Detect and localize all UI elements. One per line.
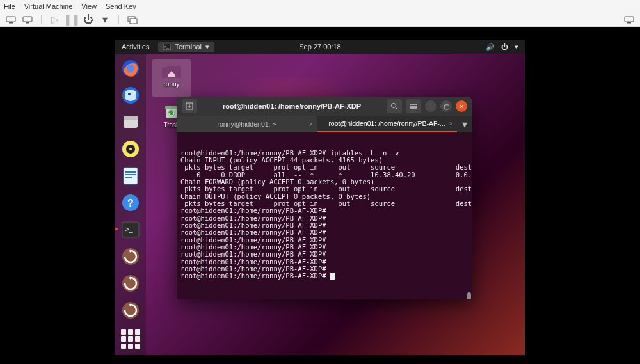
dock-software-updater-2[interactable] [118,271,143,296]
svg-rect-2 [23,17,32,22]
topbar-clock[interactable]: Sep 27 00:18 [299,43,340,51]
screenshot-icon[interactable] [125,14,140,26]
topbar-app-menu[interactable]: >_ Terminal ▾ [158,42,214,52]
guest-black-frame: Activities >_ Terminal ▾ Sep 27 00:18 🔊 … [0,27,640,364]
svg-point-36 [392,104,396,108]
vm-menu-virtual-machine[interactable]: Virtual Machine [24,3,73,10]
terminal-line: pkts bytes target prot opt in out source… [180,164,468,171]
topbar-app-label: Terminal [175,43,202,51]
svg-text:>_: >_ [125,225,133,233]
terminal-line: root@hidden01:/home/ronny/PB-AF-XDP# [180,229,468,236]
new-tab-button[interactable] [182,99,197,113]
terminal-cursor [330,273,335,280]
terminal-tab-2-label: root@hidden01: /home/ronny/PB-AF-... [328,120,445,127]
vm-menu-file[interactable]: File [4,3,15,10]
close-tab-1-icon[interactable]: × [309,120,313,128]
monitor-1-icon[interactable] [4,14,18,26]
window-maximize-button[interactable]: ▢ [440,100,452,112]
terminal-small-icon: >_ [163,44,171,50]
svg-point-11 [127,65,134,72]
dock-terminal[interactable]: >_ [118,218,143,242]
dock-help[interactable]: ? [118,191,143,215]
window-minimize-button[interactable]: — [425,100,436,112]
chevron-down-icon: ▾ [205,43,209,51]
dock-software-updater-3[interactable] [118,298,143,322]
svg-line-37 [396,107,397,109]
dock-software-updater-1[interactable] [118,244,143,269]
svg-rect-1 [9,22,13,24]
desktop-home-folder[interactable]: ronny [152,59,191,97]
hamburger-icon [410,103,417,109]
power-dropdown-icon[interactable]: ▾ [98,14,112,26]
terminal-tab-2[interactable]: root@hidden01: /home/ronny/PB-AF-... × [317,116,457,132]
dock-rhythmbox[interactable] [118,137,143,161]
dock-thunderbird[interactable] [118,83,143,107]
svg-rect-21 [125,174,136,175]
terminal-scrollbar[interactable] [467,292,471,299]
gnome-topbar: Activities >_ Terminal ▾ Sep 27 00:18 🔊 … [115,40,525,54]
guest-desktop: Activities >_ Terminal ▾ Sep 27 00:18 🔊 … [115,40,525,355]
terminal-window: root@hidden01: /home/ronny/PB-AF-XDP — ▢… [177,97,472,299]
svg-point-18 [129,148,132,150]
svg-rect-5 [130,19,137,24]
svg-rect-0 [6,17,15,22]
monitor-2-icon[interactable] [20,14,35,26]
power-menu-icon[interactable]: ⏻ [501,43,508,51]
vm-host-toolbar: ▷ ❚❚ ⏻ ▾ [0,13,640,27]
search-icon [390,102,398,110]
svg-text:>_: >_ [164,45,170,49]
terminal-tab-1-label: ronny@hidden01: ~ [217,120,276,128]
terminal-line: root@hidden01:/home/ronny/PB-AF-XDP# [180,207,468,214]
svg-rect-7 [627,22,631,24]
svg-rect-15 [124,116,138,120]
svg-point-13 [128,93,131,95]
dock-files[interactable] [118,110,143,134]
terminal-line: root@hidden01:/home/ronny/PB-AF-XDP# [180,251,468,258]
svg-text:?: ? [127,198,134,209]
window-close-button[interactable]: ✕ [456,100,467,112]
ubuntu-dock: ? >_ [115,54,146,355]
terminal-tab-1[interactable]: ronny@hidden01: ~ × [177,116,317,132]
search-button[interactable] [387,99,402,113]
terminal-line: root@hidden01:/home/ronny/PB-AF-XDP# [180,273,468,280]
svg-rect-20 [125,171,136,173]
power-icon[interactable]: ⏻ [81,14,95,26]
terminal-body[interactable]: root@hidden01:/home/ronny/PB-AF-XDP# ipt… [177,132,472,299]
close-tab-2-icon[interactable]: × [449,120,453,127]
volume-icon[interactable]: 🔊 [486,43,495,51]
desktop-home-label: ronny [163,81,179,88]
svg-rect-6 [625,17,634,22]
terminal-tabbar: ronny@hidden01: ~ × root@hidden01: /home… [177,116,472,132]
tab-dropdown-button[interactable]: ▾ [457,116,472,132]
svg-rect-22 [125,177,132,178]
show-applications-button[interactable] [121,329,140,349]
folder-home-icon [161,61,182,81]
activities-button[interactable]: Activities [122,43,149,51]
pause-icon[interactable]: ❚❚ [65,14,79,26]
svg-rect-3 [26,22,29,24]
dock-firefox[interactable] [118,56,143,81]
terminal-title: root@hidden01: /home/ronny/PB-AF-XDP [201,102,383,110]
play-icon[interactable]: ▷ [48,14,62,26]
terminal-line: pkts bytes target prot opt in out source… [180,186,468,193]
vm-menu-view[interactable]: View [81,3,97,10]
vm-menu-send-key[interactable]: Send Key [106,3,136,10]
system-chevron-down-icon[interactable]: ▾ [515,43,518,51]
vm-host-menubar: File Virtual Machine View Send Key [0,0,640,13]
hamburger-menu-button[interactable] [406,99,421,113]
dock-libreoffice-writer[interactable] [118,164,143,188]
terminal-titlebar[interactable]: root@hidden01: /home/ronny/PB-AF-XDP — ▢… [177,97,472,116]
fullscreen-monitor-icon[interactable] [622,14,636,26]
svg-rect-31 [165,106,178,109]
svg-rect-19 [124,168,138,184]
